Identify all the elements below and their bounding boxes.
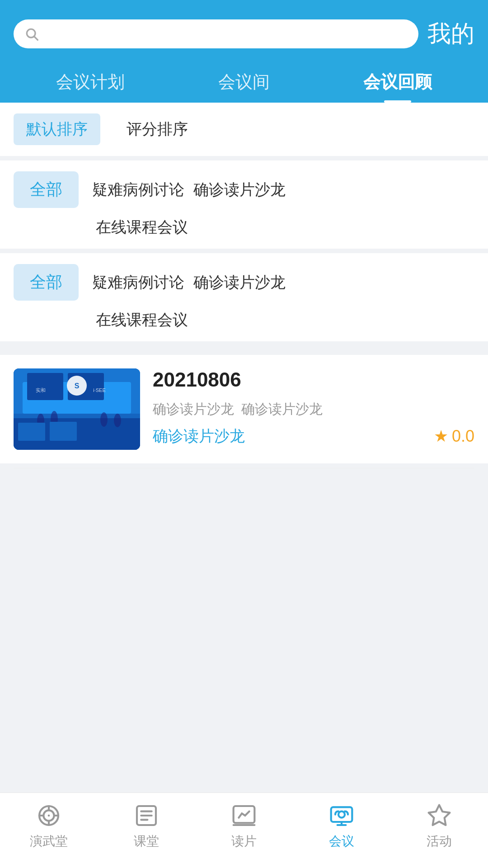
filter-tag-1-1[interactable]: 疑难病例讨论 [92,179,184,200]
star-icon: ★ [434,427,448,446]
card-bottom: 确诊读片沙龙 ★ 0.0 [153,426,474,447]
nav-label-ketang: 课堂 [134,833,159,850]
sort-bar: 默认排序 评分排序 [0,103,488,156]
svg-rect-16 [18,423,45,441]
sort-score-button[interactable]: 评分排序 [114,113,201,145]
card-blue-tag[interactable]: 确诊读片沙龙 [153,426,245,447]
filter-group-2: 全部 疑难病例讨论 确诊读片沙龙 在线课程会议 [0,253,488,341]
filter-tag-2-3[interactable]: 在线课程会议 [96,310,188,330]
meeting-icon [328,802,355,829]
svg-rect-17 [50,422,77,441]
card-gray-tags: 确诊读片沙龙 确诊读片沙龙 [153,400,474,419]
card-info: 20210806 确诊读片沙龙 确诊读片沙龙 确诊读片沙龙 ★ 0.0 [153,368,474,447]
bottom-navigation: 演武堂 课堂 读片 [0,793,488,868]
header: 我的 会议计划 会议间 会议回顾 [0,0,488,103]
card-thumbnail: S 实和 i·SEE [14,368,140,450]
nav-label-huodong: 活动 [427,833,452,850]
card-title: 20210806 [153,368,474,391]
svg-line-1 [34,37,38,40]
tab-bar: 会议计划 会议间 会议回顾 [14,63,474,103]
nav-item-ketang[interactable]: 课堂 [98,802,195,850]
header-top: 我的 [14,18,474,50]
nav-label-yanwutang: 演武堂 [30,833,68,850]
card-rating: ★ 0.0 [434,427,474,446]
chart-icon [230,802,258,829]
nav-item-huiyi[interactable]: 会议 [293,802,390,850]
filter-row-2: 在线课程会议 [14,217,474,238]
tab-plan[interactable]: 会议计划 [14,63,167,103]
filter-tag-1-3[interactable]: 在线课程会议 [96,217,188,238]
filter-tags-2: 疑难病例讨论 确诊读片沙龙 [92,272,474,293]
svg-marker-35 [429,805,450,825]
filter-row-3: 全部 疑难病例讨论 确诊读片沙龙 [14,264,474,301]
nav-label-dupian: 读片 [231,833,257,850]
nav-item-dupian[interactable]: 读片 [195,802,293,850]
nav-label-huiyi: 会议 [329,833,354,850]
book-icon [133,802,160,829]
svg-rect-5 [27,373,63,400]
nav-item-yanwutang[interactable]: 演武堂 [0,802,98,850]
svg-rect-31 [331,807,352,822]
table-row[interactable]: S 实和 i·SEE 20210806 [0,355,488,463]
filter-row-4: 在线课程会议 [14,310,474,330]
svg-point-14 [100,412,108,427]
filter-group-1: 全部 疑难病例讨论 确诊读片沙龙 在线课程会议 [0,160,488,249]
search-icon [24,27,39,41]
card-gray-tag-2: 确诊读片沙龙 [241,400,323,419]
tab-review[interactable]: 会议回顾 [321,63,474,103]
my-button[interactable]: 我的 [427,18,474,50]
filter-tag-1-2[interactable]: 确诊读片沙龙 [193,179,286,200]
svg-text:S: S [75,382,80,390]
svg-point-32 [338,811,345,818]
sort-default-button[interactable]: 默认排序 [14,113,100,145]
svg-point-15 [114,414,121,427]
card-gray-tag-1: 确诊读片沙龙 [153,400,234,419]
filter-tag-2-2[interactable]: 确诊读片沙龙 [193,272,286,293]
tab-room[interactable]: 会议间 [167,63,321,103]
filter-tags-1: 疑难病例讨论 确诊读片沙龙 [92,179,474,200]
content-area: S 实和 i·SEE 20210806 [0,346,488,793]
nav-item-huodong[interactable]: 活动 [390,802,488,850]
search-bar[interactable] [14,19,418,48]
filter-row-1: 全部 疑难病例讨论 确诊读片沙龙 [14,171,474,208]
divider [14,468,474,468]
target-icon [35,802,62,829]
svg-text:实和: 实和 [36,387,46,393]
filter-tag-2-1[interactable]: 疑难病例讨论 [92,272,184,293]
svg-text:i·SEE: i·SEE [93,387,106,393]
filter-all-btn-2[interactable]: 全部 [14,264,79,301]
filter-all-btn-1[interactable]: 全部 [14,171,79,208]
rating-value: 0.0 [452,427,474,446]
svg-point-20 [48,815,50,817]
star-outline-icon [426,802,453,829]
